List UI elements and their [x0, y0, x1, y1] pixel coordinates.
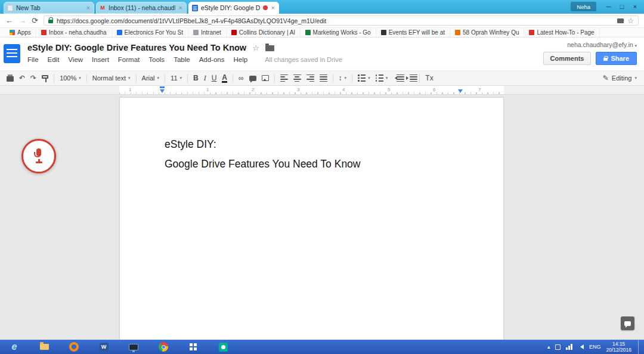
volume-icon[interactable] [578, 344, 584, 349]
close-button[interactable]: × [628, 1, 642, 13]
text-color-button[interactable]: A [222, 74, 227, 83]
internet-explorer-button[interactable]: e [8, 341, 20, 353]
bookmark-item[interactable]: Events EFY will be at [376, 28, 450, 37]
star-document-icon[interactable]: ☆ [252, 44, 259, 52]
indent-decrease-icon[interactable] [393, 74, 401, 82]
first-line-indent-marker[interactable] [160, 86, 165, 88]
bookmark-item[interactable]: 58 Oprah Winfrey Qu [450, 28, 524, 37]
share-button[interactable]: Share [596, 52, 637, 65]
bookmark-apps[interactable]: Apps [5, 28, 36, 37]
align-center-icon[interactable] [293, 74, 301, 82]
tab-close-icon[interactable]: × [86, 5, 91, 11]
doc-line-2[interactable]: Google Drive Features You Need To Know [165, 154, 361, 174]
clear-formatting-icon[interactable]: Tx [425, 74, 433, 82]
word-button[interactable]: W [98, 341, 110, 353]
bulleted-list-button[interactable]: ▾ [376, 74, 388, 82]
font-size-select[interactable]: 11 ▾ [171, 74, 182, 82]
media-capture-icon[interactable] [617, 18, 624, 23]
insert-image-icon[interactable] [262, 75, 269, 81]
doc-title[interactable]: eStyle DIY: Google Drive Features You Ne… [27, 43, 246, 52]
language-indicator[interactable]: ENG [589, 344, 601, 350]
bookmark-item[interactable]: Inbox - neha.chaudha [36, 28, 112, 37]
tray-expand-icon[interactable]: ▴ [547, 344, 550, 350]
menu-addons[interactable]: Add-ons [199, 56, 225, 63]
apps-button[interactable] [187, 341, 199, 353]
tab-docs-active[interactable]: eStyle DIY: Google D × [188, 2, 279, 14]
minimize-button[interactable]: ─ [602, 1, 615, 13]
menu-view[interactable]: View [68, 56, 83, 63]
url-text[interactable]: https://docs.google.com/document/d/1tVVL… [57, 17, 614, 24]
document-canvas: eStyle DIY: Google Drive Features You Ne… [0, 95, 644, 340]
tab-new-tab[interactable]: New Tab × [4, 2, 94, 14]
tab-inbox[interactable]: M Inbox (11) - neha.chaudh × [96, 2, 187, 14]
underline-button[interactable]: U [212, 74, 217, 82]
insert-comment-icon[interactable] [249, 76, 256, 81]
document-text[interactable]: eStyle DIY: Google Drive Features You Ne… [165, 135, 361, 174]
bookmark-item[interactable]: Electronics For You St [112, 28, 188, 37]
move-to-folder-icon[interactable] [265, 45, 274, 51]
menu-tools[interactable]: Tools [148, 56, 165, 63]
refresh-icon[interactable]: ⟳ [32, 17, 38, 24]
photos-button[interactable] [217, 341, 229, 353]
italic-button[interactable]: I [204, 74, 206, 82]
document-page[interactable]: eStyle DIY: Google Drive Features You Ne… [119, 97, 504, 340]
bold-button[interactable]: B [193, 74, 199, 82]
menu-file[interactable]: File [27, 56, 39, 63]
bookmark-star-icon[interactable]: ☆ [627, 17, 634, 25]
forward-icon[interactable]: → [18, 17, 26, 24]
editing-mode-select[interactable]: ✎ Editing ▾ [603, 74, 637, 82]
insert-link-icon[interactable]: ∞ [239, 74, 244, 82]
toolbar-divider [333, 74, 333, 83]
address-input[interactable]: https://docs.google.com/document/d/1tVVL… [44, 15, 639, 26]
menu-insert[interactable]: Insert [92, 56, 109, 63]
print-icon[interactable] [7, 76, 14, 82]
tab-close-icon[interactable]: × [271, 5, 275, 11]
firefox-button[interactable] [68, 341, 80, 353]
browser-profile-badge[interactable]: Neha [571, 2, 596, 11]
line-spacing-button[interactable]: ↕ ▾ [339, 74, 347, 82]
align-left-icon[interactable] [280, 74, 288, 82]
menu-help[interactable]: Help [233, 56, 247, 63]
bookmark-item[interactable]: Intranet [188, 28, 227, 37]
clock[interactable]: 14:15 20/12/2016 [606, 341, 631, 353]
ruler-number: 2 [252, 87, 254, 92]
align-right-icon[interactable] [306, 74, 314, 82]
voice-typing-mic-button[interactable] [21, 139, 56, 173]
tab-close-icon[interactable]: × [178, 5, 183, 11]
line-spacing-icon: ↕ [339, 74, 342, 82]
bookmark-item[interactable]: Collins Dictionary | Al [227, 28, 301, 37]
chrome-button[interactable] [157, 341, 169, 353]
action-center-icon[interactable] [555, 344, 561, 350]
right-indent-marker[interactable] [458, 89, 463, 93]
paint-format-icon[interactable] [42, 75, 48, 79]
back-icon[interactable]: ← [5, 17, 13, 24]
docs-header: eStyle DIY: Google Drive Features You Ne… [0, 38, 644, 70]
numbered-list-button[interactable]: ▾ [358, 74, 370, 82]
maximize-button[interactable]: □ [615, 1, 628, 13]
my-computer-button[interactable] [128, 341, 140, 353]
redo-icon[interactable]: ↷ [30, 74, 36, 82]
font-select[interactable]: Arial ▾ [142, 74, 160, 82]
show-desktop-button[interactable] [638, 340, 640, 354]
comments-button[interactable]: Comments [543, 52, 592, 65]
undo-icon[interactable]: ↶ [19, 74, 25, 82]
paragraph-style-select[interactable]: Normal text ▾ [92, 74, 131, 82]
left-indent-marker[interactable] [160, 89, 165, 93]
google-docs-icon [192, 5, 198, 11]
menu-table[interactable]: Table [174, 56, 190, 63]
bookmark-item[interactable]: Latest How-To - Page [524, 28, 599, 37]
docs-main-menu-icon[interactable] [4, 44, 20, 63]
indent-increase-icon[interactable] [406, 74, 414, 82]
file-explorer-button[interactable] [38, 341, 50, 353]
zoom-select[interactable]: 100% ▾ [60, 74, 81, 82]
menu-format[interactable]: Format [118, 56, 140, 63]
menu-edit[interactable]: Edit [48, 56, 60, 63]
bookmark-item[interactable]: Marketing Works - Go [301, 28, 376, 37]
network-icon[interactable] [566, 344, 572, 350]
align-justify-icon[interactable] [320, 74, 327, 82]
explore-icon [624, 321, 631, 326]
account-menu[interactable]: neha.chaudhary@efy.in ▾ [543, 41, 637, 48]
doc-line-1[interactable]: eStyle DIY: [165, 135, 361, 154]
explore-button[interactable] [621, 316, 634, 330]
font-size-value: 11 [171, 74, 177, 82]
